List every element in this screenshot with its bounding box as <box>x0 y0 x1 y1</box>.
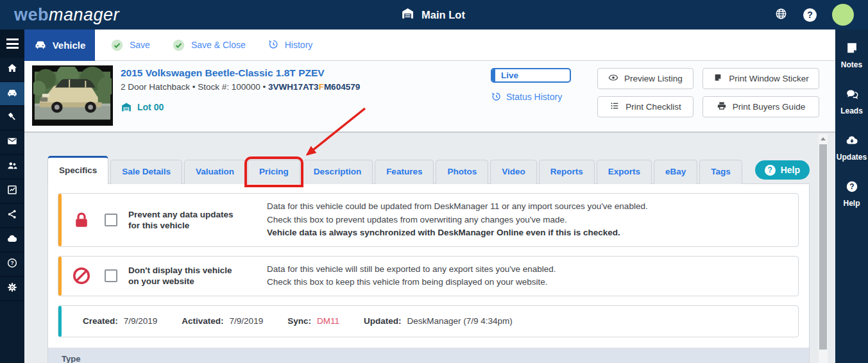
print-buyers-guide-label: Print Buyers Guide <box>733 102 805 112</box>
orange-accent-bar <box>58 194 62 246</box>
history-button[interactable]: History <box>268 38 313 52</box>
tab-tags[interactable]: Tags <box>699 160 742 184</box>
print-window-sticker-label: Print Window Sticker <box>729 74 809 83</box>
vehicle-icon <box>34 38 47 53</box>
help-button[interactable]: ? Help <box>755 160 810 180</box>
prevent-updates-description: Data for this vehicle could be updated f… <box>267 200 648 240</box>
mail-icon <box>6 135 18 149</box>
save-label: Save <box>130 40 150 50</box>
lot-name: Main Lot <box>421 9 465 21</box>
sidebar-item-customers[interactable] <box>0 155 24 180</box>
save-button[interactable]: Save <box>110 38 150 52</box>
tab-video[interactable]: Video <box>490 160 537 184</box>
sidebar-item-settings[interactable] <box>0 277 24 301</box>
vin-highlight: F <box>319 82 324 92</box>
teal-accent-bar <box>58 306 62 337</box>
avatar[interactable] <box>832 4 854 26</box>
no-entry-icon <box>58 266 105 285</box>
status-history-link[interactable]: Status History <box>491 91 571 102</box>
sidebar-item-label: Help <box>843 199 860 208</box>
right-sidebar: Notes Leads Updates ? Help <box>835 30 868 363</box>
share-icon <box>6 208 18 223</box>
tab-valuation[interactable]: Valuation <box>184 160 246 184</box>
help-icon[interactable]: ? <box>803 8 817 22</box>
description-line-bold: Vehicle data is always synchronized with… <box>267 228 620 237</box>
description-line: Data for this vehicle will still be expo… <box>267 264 556 274</box>
vehicle-body-stock: 2 Door Hatchback • Stock #: 100000 • <box>121 82 268 92</box>
sidebar-item-help[interactable]: ? <box>0 253 24 277</box>
help-button-label: Help <box>781 165 800 175</box>
checklist-icon <box>609 101 620 113</box>
activated-label: Activated: <box>182 316 223 326</box>
save-and-close-label: Save & Close <box>191 40 246 50</box>
tab-sale-details[interactable]: Sale Details <box>110 160 182 184</box>
sidebar-item-help[interactable]: ? Help <box>835 180 868 210</box>
status-accent <box>492 69 495 81</box>
scrollbar-thumb[interactable] <box>819 144 827 350</box>
hide-vehicle-label: Don't display this vehicle on your websi… <box>128 265 239 287</box>
lot-label: Lot 00 <box>137 102 164 112</box>
sidebar-item-vehicles[interactable] <box>0 82 24 106</box>
preview-listing-label: Preview Listing <box>624 74 683 83</box>
sidebar-item-mail[interactable] <box>0 131 24 155</box>
sidebar-item-cloud[interactable] <box>0 228 24 253</box>
vehicle-header: 2015 Volkswagen Beetle-Classic 1.8T PZEV… <box>24 61 835 133</box>
print-window-sticker-button[interactable]: Print Window Sticker <box>702 68 819 89</box>
activated-value: 7/9/2019 <box>230 316 264 326</box>
tab-exports[interactable]: Exports <box>597 160 652 184</box>
sticker-icon <box>713 72 723 85</box>
prevent-updates-checkbox[interactable] <box>105 214 117 226</box>
svg-text:?: ? <box>10 260 13 266</box>
vehicle-title[interactable]: 2015 Volkswagen Beetle-Classic 1.8T PZEV <box>121 67 360 79</box>
vehicle-module-tab[interactable]: Vehicle <box>24 30 95 61</box>
vehicle-photo[interactable] <box>32 65 113 126</box>
prevent-updates-label: Prevent any data updates for this vehicl… <box>128 209 239 231</box>
record-meta-row: Created: 7/9/2019 Activated: 7/9/2019 Sy… <box>83 316 537 326</box>
tab-photos[interactable]: Photos <box>436 160 488 184</box>
tab-specifics[interactable]: Specifics <box>47 156 108 184</box>
lot-badge[interactable]: Lot 00 <box>121 101 360 113</box>
top-header: webmanager Main Lot ? <box>0 0 868 30</box>
sidebar-item-notes[interactable]: Notes <box>835 41 868 71</box>
globe-icon[interactable] <box>774 7 788 23</box>
print-checklist-button[interactable]: Print Checklist <box>597 96 694 117</box>
sidebar-item-label: Notes <box>841 60 862 69</box>
save-and-close-button[interactable]: Save & Close <box>172 38 246 52</box>
sidebar-item-leads[interactable]: Leads <box>835 87 868 117</box>
tab-description[interactable]: Description <box>302 160 373 184</box>
sidebar-item-auctions[interactable] <box>0 106 24 131</box>
prevent-updates-box: Prevent any data updates for this vehicl… <box>58 193 799 247</box>
tab-features[interactable]: Features <box>375 160 434 184</box>
app-bar: Vehicle Save Save & Close History <box>24 30 835 61</box>
created-label: Created: <box>83 316 118 326</box>
lock-icon <box>58 210 105 230</box>
status-selector[interactable]: Live <box>491 68 571 83</box>
sidebar-item-share[interactable] <box>0 204 24 228</box>
created-value: 7/9/2019 <box>124 316 158 326</box>
vertical-scrollbar[interactable] <box>819 134 828 363</box>
tab-bar: Specifics Sale Details Valuation Pricing… <box>47 156 810 184</box>
print-buyers-guide-button[interactable]: Print Buyers Guide <box>702 96 819 117</box>
lot-selector[interactable]: Main Lot <box>400 6 465 23</box>
sync-label: Sync: <box>287 316 311 326</box>
eye-icon <box>608 72 618 85</box>
tab-reports[interactable]: Reports <box>539 160 595 184</box>
printer-icon <box>717 101 727 113</box>
scroll-up-button[interactable] <box>819 134 828 144</box>
sidebar-item-label: Updates <box>837 153 867 162</box>
menu-icon[interactable] <box>0 30 24 58</box>
vin-start: 3VWH17AT3 <box>268 82 319 92</box>
status-history-label: Status History <box>506 92 562 102</box>
sidebar-item-reports[interactable] <box>0 180 24 204</box>
updates-icon <box>845 133 859 150</box>
leads-icon <box>845 87 859 104</box>
tab-ebay[interactable]: eBay <box>654 160 697 184</box>
sidebar-item-updates[interactable]: Updates <box>835 133 868 164</box>
print-checklist-label: Print Checklist <box>625 102 681 112</box>
sidebar-item-home[interactable] <box>0 58 24 82</box>
logo-manager: manager <box>49 5 119 24</box>
tab-pricing[interactable]: Pricing <box>248 160 300 184</box>
hide-vehicle-checkbox[interactable] <box>105 269 117 282</box>
preview-listing-button[interactable]: Preview Listing <box>597 68 694 89</box>
settings-icon <box>6 282 18 296</box>
